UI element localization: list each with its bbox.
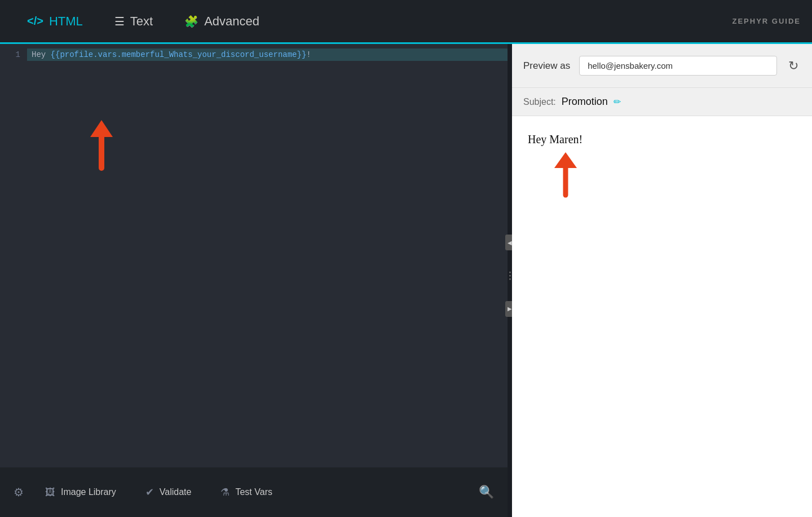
validate-button[interactable]: ✔ Validate: [133, 480, 204, 504]
tab-html[interactable]: </> HTML: [11, 0, 99, 42]
preview-header: Preview as ↻: [512, 44, 812, 88]
editor-panel: 1 Hey {{profile.vars.memberful_Whats_you…: [0, 44, 508, 517]
image-library-icon: 🖼: [45, 487, 55, 498]
tab-html-label: HTML: [49, 14, 83, 29]
splitter-dots: [509, 272, 511, 280]
preview-subject-row: Subject: Promotion ✏: [512, 88, 812, 116]
refresh-preview-button[interactable]: ↻: [786, 56, 801, 76]
test-vars-button[interactable]: ⚗ Test Vars: [208, 480, 285, 504]
tab-advanced[interactable]: 🧩 Advanced: [169, 0, 275, 42]
top-navigation: </> HTML ☰ Text 🧩 Advanced ZEPHYR GUIDE: [0, 0, 812, 44]
preview-panel: Preview as ↻ Subject: Promotion ✏ Hey Ma…: [512, 44, 812, 517]
test-vars-label: Test Vars: [235, 487, 272, 497]
validate-icon: ✔: [145, 486, 154, 498]
validate-label: Validate: [160, 487, 192, 497]
code-template-var: {{profile.vars.memberful_Whats_your_disc…: [51, 48, 307, 61]
code-hey: Hey: [32, 48, 51, 61]
code-editor-area[interactable]: 1 Hey {{profile.vars.memberful_Whats_you…: [0, 44, 508, 467]
preview-arrow-annotation: [546, 150, 585, 203]
puzzle-icon: 🧩: [184, 15, 198, 28]
bottom-toolbar: ⚙ 🖼 Image Library ✔ Validate ⚗ Test Vars…: [0, 467, 508, 517]
settings-button[interactable]: ⚙: [9, 481, 28, 503]
preview-greeting: Hey Maren!: [528, 133, 796, 146]
preview-as-label: Preview as: [523, 60, 570, 72]
dot-1: [509, 272, 511, 273]
image-library-label: Image Library: [61, 487, 116, 497]
subject-label: Subject:: [523, 97, 556, 107]
preview-email-input[interactable]: [579, 56, 777, 76]
dot-2: [509, 275, 511, 277]
svg-marker-4: [554, 152, 577, 168]
line-numbers: 1: [0, 44, 27, 467]
code-content[interactable]: Hey {{profile.vars.memberful_Whats_your_…: [27, 44, 508, 467]
edit-subject-icon[interactable]: ✏: [614, 96, 621, 107]
code-line-1: Hey {{profile.vars.memberful_Whats_your_…: [27, 48, 508, 61]
tab-advanced-label: Advanced: [204, 14, 259, 29]
panel-splitter[interactable]: ◀ ▶: [508, 44, 512, 517]
tab-text-label: Text: [130, 14, 153, 29]
subject-value: Promotion: [562, 96, 608, 108]
dot-3: [509, 279, 511, 280]
preview-body: Hey Maren!: [512, 116, 812, 517]
search-button[interactable]: 🔍: [474, 480, 498, 504]
test-vars-icon: ⚗: [220, 486, 230, 498]
code-exclaim: !: [306, 48, 311, 61]
zephyr-guide-label: ZEPHYR GUIDE: [732, 17, 801, 25]
text-icon: ☰: [114, 15, 125, 28]
image-library-button[interactable]: 🖼 Image Library: [33, 481, 129, 504]
line-number-1: 1: [0, 48, 20, 61]
html-bracket-icon: </>: [27, 15, 43, 28]
tab-text[interactable]: ☰ Text: [99, 0, 169, 42]
main-layout: 1 Hey {{profile.vars.memberful_Whats_you…: [0, 44, 812, 517]
